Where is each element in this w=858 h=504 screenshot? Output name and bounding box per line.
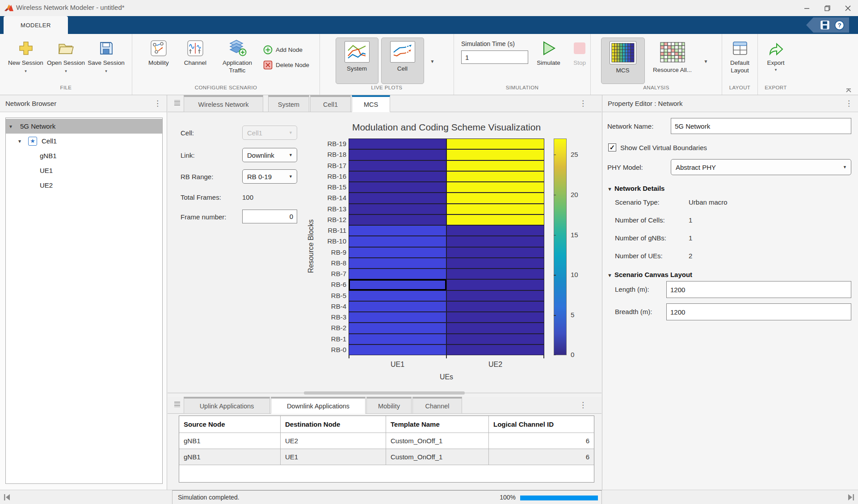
cell-source-node[interactable]: gNB1 <box>179 433 281 449</box>
mcs-cell[interactable] <box>446 171 544 182</box>
delete-node-button[interactable]: Delete Node <box>263 59 309 71</box>
tab-wireless-network[interactable]: Wireless Network <box>184 95 263 112</box>
tree-item-5g-network[interactable]: ▾ 5G Network <box>6 119 162 134</box>
mcs-cell[interactable] <box>446 312 544 323</box>
mcs-cell[interactable] <box>349 290 446 301</box>
open-session-button[interactable]: Open Session ▾ <box>47 38 85 75</box>
help-icon[interactable]: ? <box>834 20 845 30</box>
simulation-time-input[interactable] <box>461 50 528 64</box>
mcs-cell[interactable] <box>446 225 544 236</box>
quick-save-icon[interactable] <box>820 20 830 30</box>
show-boundaries-checkbox[interactable]: ✓ <box>608 143 616 151</box>
panel-menu-icon[interactable]: ⋮ <box>579 401 587 409</box>
network-details-section[interactable]: ▼Network Details <box>607 185 665 192</box>
mcs-cell[interactable] <box>446 149 544 160</box>
mcs-cell[interactable] <box>446 247 544 258</box>
mcs-cell[interactable] <box>349 236 446 247</box>
mcs-cell[interactable] <box>349 214 446 225</box>
application-traffic-button[interactable]: Application Traffic <box>216 38 259 74</box>
mcs-cell[interactable] <box>446 139 544 149</box>
cell-destination-node[interactable]: UE1 <box>281 449 386 465</box>
mcs-cell[interactable] <box>446 160 544 171</box>
caret-down-icon[interactable]: ▾ <box>18 138 25 144</box>
mcs-cell[interactable] <box>446 301 544 312</box>
tab-uplink-applications[interactable]: Uplink Applications <box>184 397 270 414</box>
mcs-cell[interactable] <box>349 149 446 160</box>
tree-item-cell1[interactable]: ▾ ★ Cell1 <box>6 134 162 148</box>
simulate-button[interactable]: Simulate <box>534 38 563 67</box>
cell-template-name[interactable]: Custom_OnOff_1 <box>386 433 489 449</box>
tab-downlink-applications[interactable]: Downlink Applications <box>271 397 366 414</box>
minimize-button[interactable] <box>796 0 817 16</box>
mcs-cell[interactable] <box>349 139 446 149</box>
column-header[interactable]: Destination Node <box>281 416 386 433</box>
close-button[interactable] <box>837 0 858 16</box>
column-header[interactable]: Source Node <box>179 416 281 433</box>
mcs-cell[interactable] <box>446 323 544 333</box>
tab-system[interactable]: System <box>268 95 309 112</box>
mcs-cell[interactable] <box>446 214 544 225</box>
mcs-cell[interactable] <box>349 312 446 323</box>
mcs-cell[interactable] <box>446 279 544 290</box>
drag-handle-icon[interactable] <box>174 402 180 407</box>
mcs-cell[interactable] <box>446 193 544 203</box>
mcs-cell[interactable] <box>349 204 446 214</box>
scenario-canvas-layout-section[interactable]: ▼Scenario Canvas Layout <box>607 271 692 278</box>
mcs-cell[interactable] <box>349 344 446 355</box>
mcs-cell[interactable] <box>349 269 446 279</box>
link-select-dropdown[interactable]: Downlink▼ <box>242 148 297 162</box>
caret-down-icon[interactable]: ▾ <box>9 123 16 130</box>
mcs-toggle[interactable]: MCS <box>601 38 645 84</box>
mcs-cell[interactable] <box>349 258 446 269</box>
mcs-cell[interactable] <box>349 182 446 193</box>
tree-item-ue2[interactable]: UE2 <box>6 178 162 193</box>
resource-allocation-button[interactable]: Resource All... <box>647 38 698 84</box>
export-button[interactable]: Export ▾ <box>759 38 793 72</box>
mcs-cell[interactable] <box>349 279 446 290</box>
cell-destination-node[interactable]: UE2 <box>281 433 386 449</box>
table-row[interactable]: gNB1 UE2 Custom_OnOff_1 6 <box>179 433 594 449</box>
live-plots-gallery-arrow[interactable]: ▼ <box>427 38 438 64</box>
breadth-input[interactable] <box>666 303 851 320</box>
mcs-cell[interactable] <box>349 323 446 333</box>
column-header[interactable]: Template Name <box>386 416 489 433</box>
mcs-cell[interactable] <box>349 171 446 182</box>
collapse-ribbon-icon[interactable] <box>845 88 852 93</box>
tab-channel[interactable]: Channel <box>412 397 462 414</box>
collapse-right-panel-icon[interactable] <box>847 494 854 501</box>
default-layout-button[interactable]: Default Layout <box>723 38 757 74</box>
table-row[interactable]: gNB1 UE1 Custom_OnOff_1 6 <box>179 449 594 465</box>
mcs-cell[interactable] <box>446 182 544 193</box>
save-session-button[interactable]: Save Session ▾ <box>87 38 126 75</box>
drag-handle-icon[interactable] <box>174 100 180 105</box>
maximize-button[interactable] <box>817 0 837 16</box>
mcs-cell[interactable] <box>446 269 544 279</box>
mcs-cell[interactable] <box>349 225 446 236</box>
mcs-cell[interactable] <box>446 290 544 301</box>
channel-button[interactable]: Channel <box>179 38 211 67</box>
mcs-heatmap[interactable] <box>349 139 544 355</box>
mcs-cell[interactable] <box>446 334 544 344</box>
cell-template-name[interactable]: Custom_OnOff_1 <box>386 449 489 465</box>
mcs-cell[interactable] <box>349 193 446 203</box>
tab-cell1[interactable]: Cell1 <box>310 95 351 112</box>
tab-modeler[interactable]: MODELER <box>4 16 68 34</box>
splitter-grip[interactable] <box>304 391 465 395</box>
mcs-cell[interactable] <box>349 160 446 171</box>
mcs-cell[interactable] <box>446 204 544 214</box>
tree-item-ue1[interactable]: UE1 <box>6 163 162 178</box>
panel-menu-icon[interactable]: ⋮ <box>154 100 161 107</box>
new-session-button[interactable]: New Session ▾ <box>7 38 45 75</box>
mcs-cell[interactable] <box>446 344 544 355</box>
mcs-cell[interactable] <box>446 258 544 269</box>
panel-menu-icon[interactable]: ⋮ <box>845 100 853 107</box>
tab-mcs[interactable]: MCS <box>352 95 390 112</box>
frame-number-input[interactable] <box>242 210 297 223</box>
system-plot-toggle[interactable]: System <box>336 38 379 84</box>
column-header[interactable]: Logical Channel ID <box>489 416 594 433</box>
add-node-button[interactable]: Add Node <box>263 44 309 55</box>
network-name-input[interactable] <box>671 118 851 134</box>
cell-logical-channel-id[interactable]: 6 <box>489 433 594 449</box>
length-input[interactable] <box>666 281 851 298</box>
collapse-left-panel-icon[interactable] <box>4 494 11 501</box>
